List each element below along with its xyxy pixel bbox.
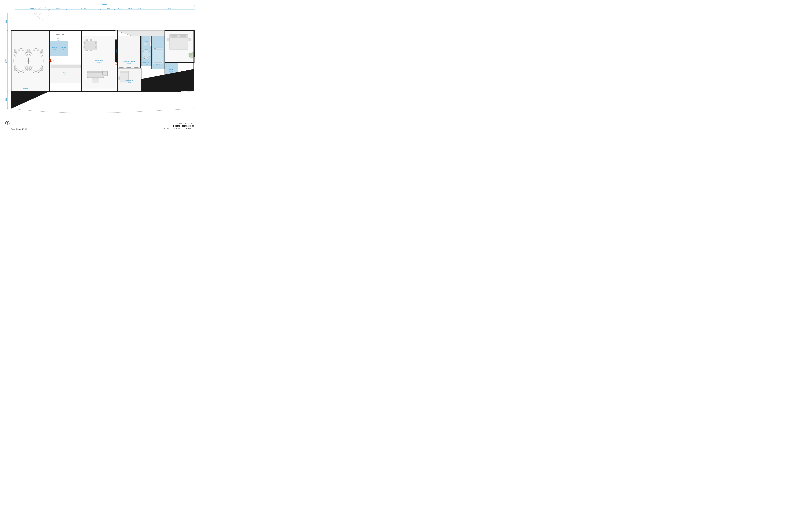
- svg-rect-107: [194, 31, 194, 91]
- svg-rect-68: [95, 46, 96, 48]
- svg-rect-37: [27, 67, 28, 71]
- walkin2-label: walk-in: [169, 69, 174, 71]
- svg-rect-57: [50, 41, 59, 56]
- svg-rect-71: [86, 50, 88, 51]
- north-indicator: N: [5, 121, 10, 126]
- dim-height3: 4 000: [5, 98, 7, 103]
- entry-area: 7,20 m²: [57, 40, 60, 41]
- dim-seg3: 8 700: [81, 7, 86, 10]
- svg-rect-58: [59, 41, 68, 56]
- svg-rect-36: [14, 67, 16, 71]
- laundry-label: laundry: [61, 47, 66, 48]
- dim-height2: 6 600: [5, 59, 7, 63]
- svg-rect-42: [29, 49, 30, 53]
- svg-rect-101: [180, 35, 186, 37]
- dim-seg1: 9 000: [30, 7, 34, 10]
- walkin-label: walk-in: [52, 47, 57, 48]
- dim-total-width: 38 500: [102, 4, 107, 5]
- svg-rect-44: [29, 67, 30, 71]
- svg-rect-35: [27, 49, 28, 53]
- svg-rect-77: [103, 71, 108, 72]
- guest-area: 12,43 m²: [127, 82, 131, 83]
- guest-label: guest room: [126, 79, 133, 81]
- svg-rect-67: [95, 42, 96, 44]
- walkin2-area: 4,29 m²: [169, 71, 173, 72]
- wc-label: wc: [145, 39, 147, 40]
- svg-marker-46: [11, 91, 50, 109]
- svg-rect-29: [11, 31, 50, 91]
- circulation-label: circulation / storage: [123, 60, 135, 62]
- svg-point-110: [34, 8, 41, 15]
- svg-rect-43: [41, 49, 43, 53]
- svg-rect-72: [90, 50, 92, 51]
- dim-seg4: 3 600: [105, 7, 110, 10]
- jackets-label: jackets, shoes, ...: [56, 34, 66, 35]
- svg-point-88: [144, 43, 147, 45]
- svg-rect-62: [81, 31, 83, 91]
- entry-label: entry: [57, 38, 60, 39]
- svg-rect-93: [153, 48, 163, 64]
- walkin-area: 2,92 m²: [53, 49, 56, 50]
- title-block: CARRAIG RIDGE EDGE HOUSES SAUNDERS ARCHI…: [163, 123, 194, 130]
- dim-seg7: 2 215: [136, 7, 141, 10]
- laundry-area: 2,92 m²: [61, 49, 66, 50]
- svg-text:N: N: [5, 123, 6, 124]
- svg-rect-100: [171, 35, 177, 37]
- svg-rect-74: [87, 71, 104, 73]
- living-area: 49,20 m²: [97, 62, 102, 63]
- svg-rect-34: [14, 49, 16, 53]
- dim-seg8: 3 937: [166, 7, 171, 10]
- master-label: master bedroom: [175, 58, 185, 60]
- svg-rect-65: [84, 42, 85, 44]
- svg-rect-66: [84, 46, 85, 48]
- bathroom1-label: bathroom: [143, 61, 149, 63]
- svg-point-95: [154, 48, 156, 49]
- svg-rect-112: [117, 31, 118, 91]
- svg-rect-45: [41, 67, 43, 71]
- dim-height1: 4 000: [5, 20, 7, 24]
- svg-rect-102: [167, 38, 170, 41]
- svg-rect-69: [86, 39, 88, 41]
- firewood-label: firewood: [23, 88, 28, 89]
- wc-area: 2,00 m²: [144, 41, 148, 42]
- svg-rect-64: [84, 41, 96, 50]
- svg-point-109: [37, 7, 49, 19]
- master-area: 27,71 m²: [177, 60, 182, 61]
- svg-rect-103: [188, 38, 191, 41]
- svg-rect-85: [120, 71, 128, 73]
- bathroom1-area: 6,40 m²: [144, 63, 148, 65]
- svg-point-75: [92, 78, 99, 83]
- circulation-area: 16,62 m²: [127, 63, 131, 64]
- title-line3: SAUNDERS ARCHITECTURE: [163, 128, 194, 130]
- kitchen-label: kitchen: [63, 72, 68, 74]
- svg-rect-61: [51, 65, 81, 68]
- dim-seg5: 2 952: [118, 7, 123, 10]
- kitchen-area: 10,00 m²: [63, 74, 68, 76]
- svg-rect-86: [118, 77, 120, 80]
- dim-seg2: 4 400: [56, 7, 60, 10]
- living-label: living-dining: [95, 60, 103, 61]
- svg-rect-70: [90, 39, 92, 41]
- title-line2: EDGE HOUSES: [163, 125, 194, 128]
- title-line1: CARRAIG RIDGE: [163, 123, 194, 125]
- floor-plan-label: Floor Plan – 1/100: [11, 128, 27, 131]
- dim-seg6: 2 096: [128, 7, 132, 10]
